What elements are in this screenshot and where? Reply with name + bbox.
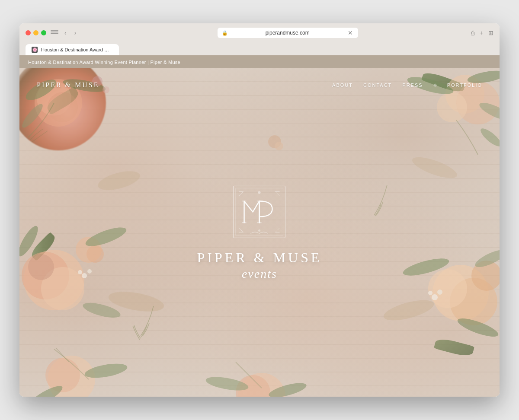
- share-button[interactable]: ⎙: [471, 29, 474, 36]
- hero-brand-sub: events: [197, 267, 322, 281]
- hero-center-content: PIPER & MUSE events: [197, 184, 322, 281]
- sidebar-toggle[interactable]: [51, 30, 58, 36]
- close-button[interactable]: [26, 30, 31, 35]
- nav-contact[interactable]: CONTACT: [363, 83, 392, 88]
- browser-chrome: ‹ › 🔒 piperandmuse.com ✕ ⎙ + ⊞: [19, 23, 500, 55]
- hero-section: PIPER & MUSE ABOUT CONTACT PRESS ❊ PORTF…: [19, 68, 500, 397]
- svg-point-57: [258, 191, 261, 194]
- minimize-button[interactable]: [33, 30, 38, 35]
- site-logo[interactable]: PIPER & MUSE: [37, 81, 99, 89]
- nav-links: ABOUT CONTACT PRESS ❊ PORTFOLIO: [332, 83, 482, 88]
- address-bar-row: 🔒 piperandmuse.com ✕ ⎙ + ⊞: [82, 28, 493, 38]
- lock-icon: 🔒: [222, 30, 228, 36]
- clear-url-button[interactable]: ✕: [347, 29, 354, 36]
- browser-window: ‹ › 🔒 piperandmuse.com ✕ ⎙ + ⊞: [19, 23, 500, 397]
- top-bar-text: Houston & Destination Award Winning Even…: [28, 60, 180, 65]
- nav-about[interactable]: ABOUT: [332, 83, 353, 88]
- hero-brand-name: PIPER & MUSE: [197, 250, 322, 265]
- new-tab-button[interactable]: +: [480, 29, 483, 36]
- svg-point-58: [259, 229, 261, 232]
- traffic-lights: [26, 30, 46, 35]
- nav-divider: ❊: [433, 83, 437, 88]
- browser-titlebar: ‹ › 🔒 piperandmuse.com ✕ ⎙ + ⊞: [26, 28, 493, 41]
- back-button[interactable]: ‹: [63, 29, 68, 37]
- nav-portfolio[interactable]: PORTFOLIO: [447, 83, 482, 88]
- site-nav: PIPER & MUSE ABOUT CONTACT PRESS ❊ PORTF…: [19, 68, 500, 102]
- site-top-bar: Houston & Destination Award Winning Even…: [19, 55, 500, 68]
- tab-grid-button[interactable]: ⊞: [488, 29, 493, 36]
- address-bar[interactable]: 🔒 piperandmuse.com ✕: [218, 28, 358, 38]
- nav-press[interactable]: PRESS: [402, 83, 423, 88]
- browser-tab-bar: 🌸 Houston & Destination Award Winning Ev…: [26, 41, 493, 55]
- tab-title: Houston & Destination Award Winning Even…: [41, 47, 110, 52]
- active-tab[interactable]: 🌸 Houston & Destination Award Winning Ev…: [26, 44, 119, 55]
- tab-favicon: 🌸: [32, 47, 38, 53]
- url-text: piperandmuse.com: [231, 30, 344, 36]
- maximize-button[interactable]: [41, 30, 46, 35]
- website-content: Houston & Destination Award Winning Even…: [19, 55, 500, 397]
- monogram-emblem: [231, 184, 288, 240]
- forward-button[interactable]: ›: [73, 29, 78, 37]
